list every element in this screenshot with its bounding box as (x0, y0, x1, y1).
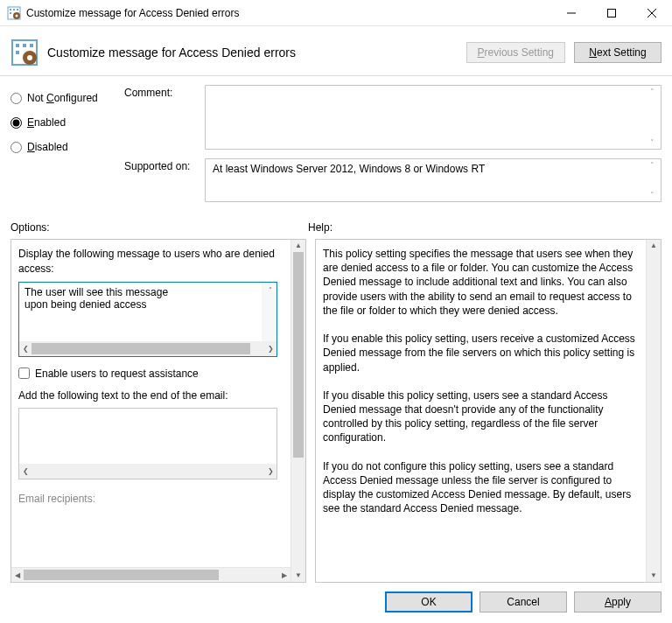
svg-point-17 (27, 55, 32, 60)
append-email-hscroll[interactable]: ❮ ❯ (19, 464, 276, 479)
inner-hscroll[interactable]: ❮ ❯ (19, 341, 276, 356)
svg-point-6 (16, 14, 18, 17)
help-label: Help: (308, 221, 662, 234)
svg-rect-1 (10, 9, 11, 10)
help-pane: This policy setting specifies the messag… (315, 239, 662, 583)
next-setting-button[interactable]: Next Setting (574, 42, 662, 63)
append-email-label: Add the following text to the end of the… (18, 388, 287, 403)
comment-textarea[interactable]: ˄˅ (205, 85, 662, 150)
ok-button[interactable]: OK (385, 592, 472, 612)
email-recipients-label: Email recipients: (18, 492, 287, 507)
supported-scrollbar: ˄˅ (645, 159, 659, 201)
not-configured-radio[interactable]: Not Configured (10, 92, 124, 104)
comment-scrollbar[interactable]: ˄˅ (645, 86, 659, 149)
enable-request-label: Enable users to request assistance (35, 368, 199, 380)
enable-request-checkbox[interactable]: Enable users to request assistance (18, 368, 287, 380)
dialog-footer: OK Cancel Apply (0, 583, 672, 623)
options-hscrollbar[interactable]: ◀ ▶ (11, 567, 290, 582)
svg-rect-12 (16, 44, 19, 47)
svg-rect-15 (16, 51, 19, 54)
options-pane: Display the following message to users w… (10, 239, 306, 583)
supported-on-text: At least Windows Server 2012, Windows 8 … (213, 163, 485, 175)
help-text: This policy setting specifies the messag… (316, 240, 646, 582)
inner-vscroll[interactable]: ˄ (262, 283, 276, 341)
cancel-button[interactable]: Cancel (480, 592, 567, 612)
enabled-radio[interactable]: Enabled (10, 116, 124, 129)
previous-setting-button: Previous Setting (466, 42, 565, 63)
options-vscrollbar[interactable]: ▲ ▼ (290, 240, 305, 582)
window-title: Customize message for Access Denied erro… (26, 7, 551, 19)
svg-rect-2 (13, 9, 15, 10)
svg-rect-13 (23, 44, 26, 47)
svg-rect-14 (30, 44, 33, 47)
apply-button[interactable]: Apply (574, 592, 662, 612)
comment-label: Comment: (124, 85, 198, 99)
close-button[interactable] (632, 0, 672, 26)
svg-rect-3 (17, 9, 18, 10)
display-message-input[interactable] (19, 283, 276, 341)
append-email-textarea[interactable]: ❮ ❯ (18, 408, 277, 480)
titlebar: Customize message for Access Denied erro… (0, 0, 672, 26)
policy-icon (7, 6, 21, 20)
display-message-label: Display the following message to users w… (18, 247, 287, 276)
minimize-button[interactable] (551, 0, 592, 26)
supported-on-label: Supported on: (124, 158, 198, 172)
supported-on-value: At least Windows Server 2012, Windows 8 … (205, 158, 662, 202)
display-message-textarea[interactable]: ˄ ❮ ❯ (18, 282, 277, 357)
disabled-radio[interactable]: Disabled (10, 141, 124, 153)
help-vscrollbar[interactable]: ▲ ▼ (646, 240, 661, 582)
policy-icon-large (10, 38, 38, 66)
svg-rect-4 (10, 12, 11, 14)
state-radio-group: Not Configured Enabled Disabled (10, 85, 124, 211)
svg-rect-8 (608, 9, 616, 17)
page-title: Customize message for Access Denied erro… (47, 46, 466, 60)
header: Customize message for Access Denied erro… (0, 26, 672, 76)
maximize-button[interactable] (592, 0, 632, 26)
options-label: Options: (10, 221, 308, 234)
